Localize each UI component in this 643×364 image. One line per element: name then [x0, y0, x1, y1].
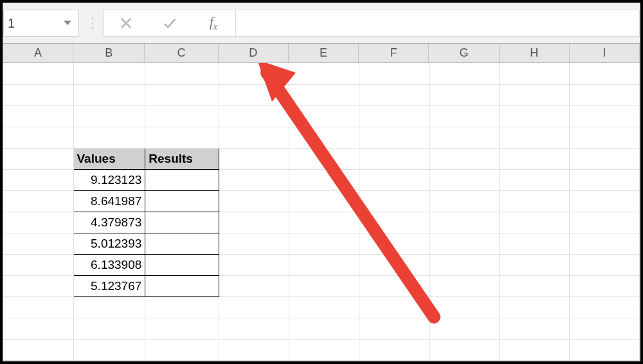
- cell[interactable]: [569, 339, 639, 360]
- cell[interactable]: [289, 190, 359, 212]
- cell[interactable]: [569, 318, 639, 339]
- cell[interactable]: [3, 296, 73, 318]
- cell[interactable]: [359, 275, 429, 296]
- spreadsheet-grid[interactable]: ValuesResults9.1231238.6419874.3798735.0…: [3, 63, 640, 361]
- cell[interactable]: [145, 127, 219, 148]
- cell[interactable]: [429, 233, 499, 254]
- cell[interactable]: [289, 233, 359, 254]
- cell[interactable]: [73, 296, 145, 318]
- cell[interactable]: [219, 318, 289, 339]
- cell[interactable]: [3, 169, 73, 190]
- cell[interactable]: [499, 339, 569, 360]
- cell[interactable]: [289, 318, 359, 339]
- cell[interactable]: [219, 296, 289, 318]
- cell[interactable]: [73, 84, 145, 105]
- column-header-b[interactable]: B: [73, 44, 145, 62]
- cell[interactable]: [359, 148, 429, 169]
- cell[interactable]: [145, 275, 219, 296]
- cell[interactable]: [73, 105, 145, 127]
- insert-function-button[interactable]: fx: [192, 10, 235, 36]
- column-header-c[interactable]: C: [145, 44, 218, 62]
- cell[interactable]: [429, 148, 499, 169]
- cell[interactable]: [499, 84, 569, 105]
- cell[interactable]: [219, 148, 289, 169]
- cell[interactable]: [145, 212, 219, 233]
- cell[interactable]: [289, 296, 359, 318]
- cell[interactable]: [219, 275, 289, 296]
- cell[interactable]: [359, 63, 429, 84]
- cell[interactable]: [499, 63, 569, 84]
- cell[interactable]: 5.123767: [73, 275, 145, 296]
- name-box-dropdown[interactable]: [57, 10, 78, 36]
- cell[interactable]: [289, 275, 359, 296]
- cell[interactable]: [429, 63, 499, 84]
- cell[interactable]: [219, 105, 289, 127]
- cell[interactable]: [359, 127, 429, 148]
- cell[interactable]: [499, 148, 569, 169]
- cell[interactable]: [73, 318, 145, 339]
- cell[interactable]: [145, 296, 219, 318]
- cancel-button[interactable]: [104, 10, 148, 36]
- cell[interactable]: [359, 190, 429, 212]
- cell[interactable]: [3, 84, 73, 105]
- cell[interactable]: [219, 233, 289, 254]
- cell[interactable]: [569, 84, 639, 105]
- cell[interactable]: [145, 84, 219, 105]
- cell[interactable]: [145, 190, 219, 212]
- cell[interactable]: [219, 254, 289, 275]
- cell[interactable]: 4.379873: [73, 212, 145, 233]
- cell[interactable]: [3, 318, 73, 339]
- cell[interactable]: [289, 127, 359, 148]
- cell[interactable]: [3, 127, 73, 148]
- column-header-i[interactable]: I: [570, 44, 640, 62]
- cell[interactable]: [429, 339, 499, 360]
- cell[interactable]: [569, 105, 639, 127]
- column-header-h[interactable]: H: [500, 44, 570, 62]
- cell[interactable]: [73, 63, 145, 84]
- cell[interactable]: [429, 190, 499, 212]
- cell[interactable]: [289, 339, 359, 360]
- cell[interactable]: [3, 233, 73, 254]
- column-header-e[interactable]: E: [289, 44, 359, 62]
- cell[interactable]: [359, 233, 429, 254]
- cell[interactable]: [219, 339, 289, 360]
- cell[interactable]: Values: [73, 148, 145, 169]
- cell[interactable]: [359, 339, 429, 360]
- cell[interactable]: [289, 63, 359, 84]
- formula-input[interactable]: [236, 10, 640, 37]
- column-header-a[interactable]: A: [3, 44, 73, 62]
- cell[interactable]: [3, 190, 73, 212]
- cell[interactable]: [359, 318, 429, 339]
- cell[interactable]: [3, 275, 73, 296]
- enter-button[interactable]: [148, 10, 192, 36]
- cell[interactable]: [499, 296, 569, 318]
- cell[interactable]: [569, 127, 639, 148]
- cell[interactable]: [289, 212, 359, 233]
- cell[interactable]: [429, 169, 499, 190]
- cell[interactable]: [219, 190, 289, 212]
- cell[interactable]: [219, 127, 289, 148]
- cell[interactable]: [145, 254, 219, 275]
- cell[interactable]: [289, 169, 359, 190]
- cell[interactable]: [429, 254, 499, 275]
- cell[interactable]: 5.012393: [73, 233, 145, 254]
- column-header-d[interactable]: D: [219, 44, 289, 62]
- cell[interactable]: [499, 169, 569, 190]
- cell[interactable]: [429, 127, 499, 148]
- column-header-g[interactable]: G: [429, 44, 499, 62]
- cell[interactable]: [569, 233, 639, 254]
- cell[interactable]: [145, 233, 219, 254]
- cell[interactable]: [145, 318, 219, 339]
- cell[interactable]: [3, 105, 73, 127]
- cell[interactable]: [145, 105, 219, 127]
- cell[interactable]: [145, 169, 219, 190]
- cell[interactable]: [429, 212, 499, 233]
- cell[interactable]: Results: [145, 148, 219, 169]
- cell[interactable]: [499, 318, 569, 339]
- cell[interactable]: [3, 254, 73, 275]
- cell[interactable]: 6.133908: [73, 254, 145, 275]
- cell[interactable]: [73, 339, 145, 360]
- cell[interactable]: [429, 318, 499, 339]
- cell[interactable]: [289, 148, 359, 169]
- cell[interactable]: 9.123123: [73, 169, 145, 190]
